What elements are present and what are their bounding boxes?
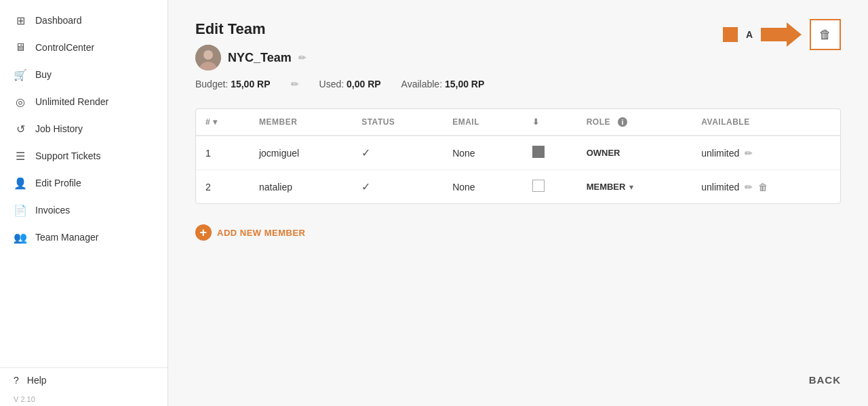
team-name: NYC_Team (228, 51, 292, 65)
invoices-icon: 📄 (14, 203, 27, 217)
add-member-icon: + (195, 224, 212, 241)
role-dropdown-arrow-1[interactable]: ▾ (629, 182, 633, 192)
role-info-icon[interactable]: i (618, 117, 627, 127)
edit-member-icon-1[interactable]: ✏ (745, 182, 753, 192)
available-value-1: unlimited (701, 182, 739, 192)
buy-icon: 🛒 (14, 68, 27, 81)
dashboard-icon: ⊞ (14, 14, 27, 27)
add-member-label: ADD NEW MEMBER (217, 228, 306, 238)
col-role: ROLE i (577, 109, 692, 136)
delete-member-icon-1[interactable]: 🗑 (758, 182, 768, 192)
add-member-row[interactable]: + ADD NEW MEMBER (195, 224, 841, 241)
trash-icon: 🗑 (819, 28, 831, 42)
sidebar: ⊞ Dashboard 🖥 ControlCenter 🛒 Buy ◎ Unli… (0, 0, 168, 406)
edit-profile-icon: 👤 (14, 176, 27, 190)
sidebar-item-unlimited-render[interactable]: ◎ Unlimited Render (0, 88, 167, 115)
sidebar-item-support-tickets[interactable]: ☰ Support Tickets (0, 142, 167, 169)
sidebar-item-label-team-manager: Team Manager (35, 232, 98, 243)
members-table: # ▾ MEMBER STATUS EMAIL ⬇ ROLE i AVAILAB… (195, 108, 841, 204)
sidebar-item-job-history[interactable]: ↺ Job History (0, 115, 167, 142)
sidebar-version: V 2.10 (0, 392, 167, 406)
sidebar-item-team-manager[interactable]: 👥 Team Manager (0, 224, 167, 251)
arrow-icon (761, 22, 802, 47)
col-num[interactable]: # ▾ (196, 109, 250, 136)
table-row: 2 nataliep ✓ None MEMBER ▾ unlimited ✏ 🗑 (196, 170, 840, 204)
sidebar-help-label: Help (27, 375, 47, 386)
sidebar-item-buy[interactable]: 🛒 Buy (0, 61, 167, 88)
available-value-0: unlimited (701, 148, 739, 159)
sidebar-item-invoices[interactable]: 📄 Invoices (0, 197, 167, 224)
cell-status-1: ✓ (352, 170, 443, 204)
help-icon: ? (14, 375, 19, 386)
team-manager-icon: 👥 (14, 230, 27, 244)
cell-role-1: MEMBER ▾ (577, 170, 692, 204)
col-download[interactable]: ⬇ (523, 109, 577, 136)
sidebar-item-dashboard[interactable]: ⊞ Dashboard (0, 7, 167, 34)
cell-email-0: None (443, 136, 523, 170)
status-check-0: ✓ (361, 147, 370, 159)
table-header-row: # ▾ MEMBER STATUS EMAIL ⬇ ROLE i AVAILAB… (196, 109, 840, 136)
table-row: 1 jocmiguel ✓ None OWNER unlimited ✏ (196, 136, 840, 170)
support-tickets-icon: ☰ (14, 149, 27, 163)
sidebar-item-label-job-history: Job History (35, 123, 83, 134)
sidebar-item-label-edit-profile: Edit Profile (35, 178, 81, 188)
color-empty-1[interactable] (532, 180, 545, 192)
cell-color-0 (523, 136, 577, 170)
budget-edit-icon[interactable]: ✏ (291, 79, 299, 89)
back-button[interactable]: BACK (809, 374, 841, 386)
cell-email-1: None (443, 170, 523, 204)
sidebar-item-help[interactable]: ? Help (0, 367, 167, 392)
team-name-edit-icon[interactable]: ✏ (298, 52, 307, 63)
controlcenter-icon: 🖥 (14, 41, 27, 54)
role-badge-0: OWNER (587, 148, 620, 158)
budget-row: Budget: 15,00 RP ✏ Used: 0,00 RP Availab… (195, 79, 841, 89)
svg-marker-0 (761, 22, 802, 47)
used-label: Used: 0,00 RP (319, 79, 381, 89)
cell-num-0: 1 (196, 136, 250, 170)
col-member: MEMBER (250, 109, 352, 136)
cell-member-1: nataliep (250, 170, 352, 204)
cell-available-1: unlimited ✏ 🗑 (692, 170, 840, 204)
col-email: EMAIL (443, 109, 523, 136)
user-initial: A (746, 29, 753, 40)
unlimited-render-icon: ◎ (14, 95, 27, 108)
edit-member-icon-0[interactable]: ✏ (745, 148, 753, 159)
budget-label: Budget: 15,00 RP (195, 79, 271, 89)
status-check-1: ✓ (361, 181, 370, 192)
sidebar-item-edit-profile[interactable]: 👤 Edit Profile (0, 169, 167, 197)
sidebar-item-label-dashboard: Dashboard (35, 15, 82, 26)
cell-color-1 (523, 170, 577, 204)
sidebar-item-label-invoices: Invoices (35, 205, 70, 216)
orange-square-icon (723, 27, 738, 42)
delete-button[interactable]: 🗑 (810, 19, 841, 50)
role-badge-1: MEMBER (587, 182, 626, 192)
sidebar-item-label-unlimited-render: Unlimited Render (35, 96, 108, 107)
cell-role-0: OWNER (577, 136, 692, 170)
cell-num-1: 2 (196, 170, 250, 204)
sidebar-item-controlcenter[interactable]: 🖥 ControlCenter (0, 34, 167, 61)
col-status: STATUS (352, 109, 443, 136)
color-filled-0[interactable] (532, 146, 545, 158)
sidebar-item-label-buy: Buy (35, 69, 52, 80)
svg-point-2 (203, 50, 213, 60)
col-available: AVAILABLE (692, 109, 840, 136)
sidebar-item-label-support-tickets: Support Tickets (35, 150, 101, 161)
sidebar-item-label-controlcenter: ControlCenter (35, 42, 94, 53)
top-controls: A 🗑 (723, 19, 841, 50)
available-label: Available: 15,00 RP (401, 79, 485, 89)
cell-status-0: ✓ (352, 136, 443, 170)
main-content: A 🗑 Edit Team NYC_Team ✏ Budget: 15,00 R… (168, 0, 868, 406)
team-avatar (195, 45, 221, 70)
cell-available-0: unlimited ✏ (692, 136, 840, 170)
job-history-icon: ↺ (14, 122, 27, 136)
cell-member-0: jocmiguel (250, 136, 352, 170)
